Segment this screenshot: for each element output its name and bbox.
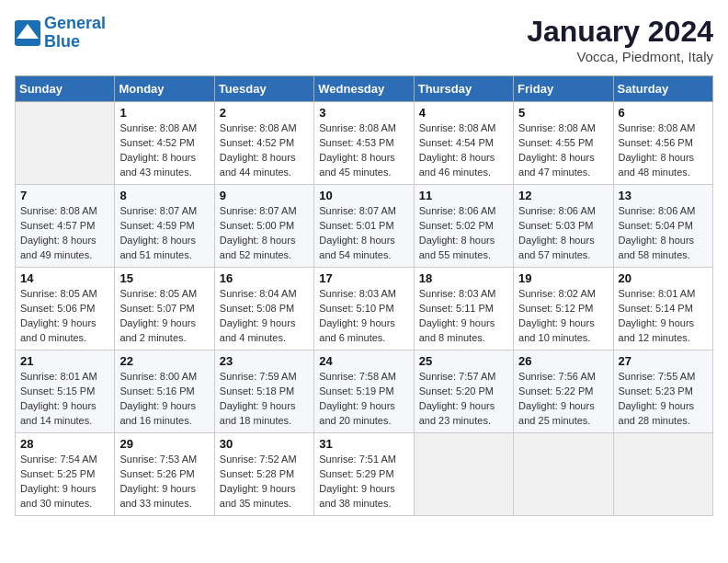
day-cell: 16Sunrise: 8:04 AMSunset: 5:08 PMDayligh… [214,268,313,350]
weekday-header-row: SundayMondayTuesdayWednesdayThursdayFrid… [16,76,713,102]
week-row-1: 1Sunrise: 8:08 AMSunset: 4:52 PMDaylight… [16,102,713,185]
day-cell: 1Sunrise: 8:08 AMSunset: 4:52 PMDaylight… [115,102,214,185]
day-number: 8 [119,189,209,202]
day-info: Sunrise: 8:07 AMSunset: 5:01 PMDaylight:… [319,204,408,263]
day-cell: 21Sunrise: 8:01 AMSunset: 5:15 PMDayligh… [16,350,115,433]
day-number: 9 [220,189,309,202]
day-cell: 5Sunrise: 8:08 AMSunset: 4:55 PMDaylight… [514,102,613,185]
logo: General Blue [15,15,106,52]
day-cell: 7Sunrise: 8:08 AMSunset: 4:57 PMDaylight… [16,185,115,268]
day-number: 22 [119,354,209,368]
day-info: Sunrise: 8:05 AMSunset: 5:07 PMDaylight:… [119,287,209,346]
day-info: Sunrise: 8:08 AMSunset: 4:56 PMDaylight:… [619,121,708,180]
day-cell: 26Sunrise: 7:56 AMSunset: 5:22 PMDayligh… [514,350,613,433]
day-number: 30 [220,437,309,451]
day-number: 27 [619,354,708,368]
day-number: 7 [20,189,109,202]
day-number: 13 [619,189,708,202]
week-row-4: 21Sunrise: 8:01 AMSunset: 5:15 PMDayligh… [16,350,713,433]
day-info: Sunrise: 7:51 AMSunset: 5:29 PMDaylight:… [319,453,408,511]
day-info: Sunrise: 8:00 AMSunset: 5:16 PMDaylight:… [119,370,209,429]
weekday-header-sunday: Sunday [16,76,115,102]
weekday-header-friday: Friday [514,76,613,102]
day-number: 28 [20,437,109,451]
day-cell: 23Sunrise: 7:59 AMSunset: 5:18 PMDayligh… [214,350,313,433]
day-cell: 31Sunrise: 7:51 AMSunset: 5:29 PMDayligh… [314,433,414,516]
day-number: 21 [20,354,109,368]
day-info: Sunrise: 8:08 AMSunset: 4:52 PMDaylight:… [220,121,309,180]
day-number: 23 [220,354,309,368]
day-info: Sunrise: 8:07 AMSunset: 4:59 PMDaylight:… [119,204,209,263]
day-info: Sunrise: 7:56 AMSunset: 5:22 PMDaylight:… [518,370,608,429]
day-info: Sunrise: 8:03 AMSunset: 5:11 PMDaylight:… [419,287,508,346]
day-cell: 20Sunrise: 8:01 AMSunset: 5:14 PMDayligh… [613,268,712,350]
weekday-header-monday: Monday [115,76,214,102]
weekday-header-wednesday: Wednesday [314,76,414,102]
location: Vocca, Piedmont, Italy [527,49,713,64]
day-info: Sunrise: 8:04 AMSunset: 5:08 PMDaylight:… [220,287,309,346]
day-info: Sunrise: 7:53 AMSunset: 5:26 PMDaylight:… [119,453,209,511]
day-cell: 6Sunrise: 8:08 AMSunset: 4:56 PMDaylight… [613,102,712,185]
day-info: Sunrise: 8:08 AMSunset: 4:52 PMDaylight:… [119,121,209,180]
day-cell [16,102,115,185]
weekday-header-saturday: Saturday [613,76,712,102]
day-cell: 9Sunrise: 8:07 AMSunset: 5:00 PMDaylight… [214,185,313,268]
day-info: Sunrise: 8:08 AMSunset: 4:53 PMDaylight:… [319,121,408,180]
day-cell: 3Sunrise: 8:08 AMSunset: 4:53 PMDaylight… [314,102,414,185]
day-cell: 25Sunrise: 7:57 AMSunset: 5:20 PMDayligh… [414,350,513,433]
day-number: 25 [419,354,508,368]
day-cell: 4Sunrise: 8:08 AMSunset: 4:54 PMDaylight… [414,102,513,185]
calendar-table: SundayMondayTuesdayWednesdayThursdayFrid… [15,75,713,516]
day-number: 1 [119,106,209,120]
day-cell: 2Sunrise: 8:08 AMSunset: 4:52 PMDaylight… [214,102,313,185]
day-number: 14 [20,271,109,285]
week-row-5: 28Sunrise: 7:54 AMSunset: 5:25 PMDayligh… [16,433,713,516]
day-number: 20 [619,271,708,285]
day-cell: 24Sunrise: 7:58 AMSunset: 5:19 PMDayligh… [314,350,414,433]
weekday-header-thursday: Thursday [414,76,513,102]
day-number: 4 [419,106,508,120]
month-title: January 2024 [527,15,713,49]
day-info: Sunrise: 8:07 AMSunset: 5:00 PMDaylight:… [220,204,309,263]
day-cell [414,433,513,516]
day-cell: 17Sunrise: 8:03 AMSunset: 5:10 PMDayligh… [314,268,414,350]
day-info: Sunrise: 8:02 AMSunset: 5:12 PMDaylight:… [518,287,608,346]
day-info: Sunrise: 7:52 AMSunset: 5:28 PMDaylight:… [220,453,309,511]
day-cell: 28Sunrise: 7:54 AMSunset: 5:25 PMDayligh… [16,433,115,516]
day-cell: 29Sunrise: 7:53 AMSunset: 5:26 PMDayligh… [115,433,214,516]
week-row-2: 7Sunrise: 8:08 AMSunset: 4:57 PMDaylight… [16,185,713,268]
day-number: 6 [619,106,708,120]
day-cell: 30Sunrise: 7:52 AMSunset: 5:28 PMDayligh… [214,433,313,516]
day-number: 31 [319,437,408,451]
day-number: 12 [518,189,608,202]
day-cell: 22Sunrise: 8:00 AMSunset: 5:16 PMDayligh… [115,350,214,433]
day-cell: 13Sunrise: 8:06 AMSunset: 5:04 PMDayligh… [613,185,712,268]
title-block: January 2024 Vocca, Piedmont, Italy [527,15,713,64]
day-cell: 8Sunrise: 8:07 AMSunset: 4:59 PMDaylight… [115,185,214,268]
day-info: Sunrise: 8:01 AMSunset: 5:14 PMDaylight:… [619,287,708,346]
day-number: 5 [518,106,608,120]
logo-icon [15,20,40,46]
day-number: 18 [419,271,508,285]
day-info: Sunrise: 7:55 AMSunset: 5:23 PMDaylight:… [619,370,708,429]
day-cell: 14Sunrise: 8:05 AMSunset: 5:06 PMDayligh… [16,268,115,350]
day-info: Sunrise: 8:06 AMSunset: 5:02 PMDaylight:… [419,204,508,263]
day-cell: 18Sunrise: 8:03 AMSunset: 5:11 PMDayligh… [414,268,513,350]
day-number: 11 [419,189,508,202]
day-info: Sunrise: 7:54 AMSunset: 5:25 PMDaylight:… [20,453,109,511]
day-cell: 12Sunrise: 8:06 AMSunset: 5:03 PMDayligh… [514,185,613,268]
weekday-header-tuesday: Tuesday [214,76,313,102]
day-number: 26 [518,354,608,368]
day-number: 15 [119,271,209,285]
day-number: 29 [119,437,209,451]
day-cell [514,433,613,516]
logo-text: General Blue [44,15,106,52]
day-info: Sunrise: 8:08 AMSunset: 4:54 PMDaylight:… [419,121,508,180]
day-cell: 11Sunrise: 8:06 AMSunset: 5:02 PMDayligh… [414,185,513,268]
day-info: Sunrise: 8:03 AMSunset: 5:10 PMDaylight:… [319,287,408,346]
day-cell: 15Sunrise: 8:05 AMSunset: 5:07 PMDayligh… [115,268,214,350]
day-cell: 19Sunrise: 8:02 AMSunset: 5:12 PMDayligh… [514,268,613,350]
day-number: 3 [319,106,408,120]
day-number: 24 [319,354,408,368]
day-info: Sunrise: 8:06 AMSunset: 5:04 PMDaylight:… [619,204,708,263]
